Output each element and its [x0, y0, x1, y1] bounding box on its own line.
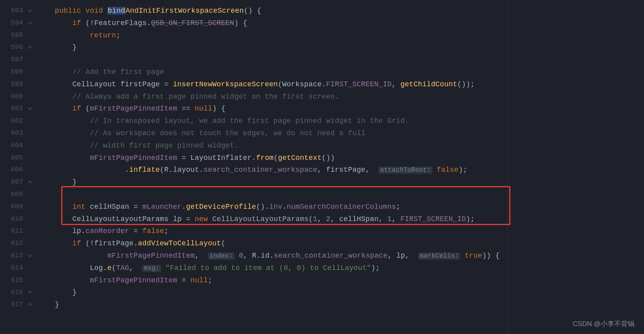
- fold-open-icon[interactable]: [27, 8, 33, 14]
- code-line[interactable]: }: [34, 41, 644, 54]
- line-number: 595: [0, 29, 23, 42]
- code-line[interactable]: lp.canReorder = false;: [34, 225, 644, 237]
- code-editor[interactable]: 5935945955965975985996006016026036046056…: [0, 0, 644, 334]
- code-line[interactable]: // In transposed layout, we add the firs…: [34, 115, 644, 127]
- code-line[interactable]: [34, 188, 644, 201]
- fold-close-icon[interactable]: [27, 179, 33, 185]
- code-line[interactable]: }: [34, 176, 644, 188]
- line-number: 598: [0, 66, 23, 78]
- line-number: 609: [0, 201, 23, 213]
- line-number: 615: [0, 274, 23, 287]
- line-number: 604: [0, 140, 23, 152]
- code-line[interactable]: // Add the first page: [34, 66, 644, 78]
- code-line[interactable]: if (!FeatureFlags.QSB_ON_FIRST_SCREEN) {: [34, 17, 644, 29]
- line-number: 605: [0, 152, 23, 164]
- code-line[interactable]: mFirstPagePinnedItem = LayoutInflater.fr…: [34, 152, 644, 164]
- code-line[interactable]: [34, 54, 644, 66]
- fold-close-icon[interactable]: [27, 289, 33, 295]
- line-number: 600: [0, 91, 23, 103]
- line-number: 602: [0, 115, 23, 127]
- line-number: 616: [0, 286, 23, 299]
- code-line[interactable]: // As workspace does not touch the edges…: [34, 127, 644, 140]
- gutter: 5935945955965975985996006016026036046056…: [0, 0, 34, 334]
- line-number: 607: [0, 176, 23, 188]
- line-number: 594: [0, 17, 23, 29]
- code-area[interactable]: public void bindAndInitFirstWorkspaceScr…: [34, 0, 644, 334]
- code-line[interactable]: // width first page pinned widget.: [34, 140, 644, 152]
- fold-open-icon[interactable]: [27, 253, 33, 258]
- code-line[interactable]: public void bindAndInitFirstWorkspaceScr…: [34, 5, 644, 17]
- code-line[interactable]: .inflate(R.layout.search_container_works…: [34, 164, 644, 176]
- fold-close-icon[interactable]: [27, 45, 33, 50]
- line-number: 596: [0, 41, 23, 54]
- line-number: 599: [0, 78, 23, 91]
- watermark: CSDN @小李不背锅: [573, 319, 634, 328]
- code-line[interactable]: int cellHSpan = mLauncher.getDeviceProfi…: [34, 201, 644, 213]
- fold-open-icon[interactable]: [27, 20, 33, 26]
- code-line[interactable]: CellLayoutLayoutParams lp = new CellLayo…: [34, 213, 644, 225]
- line-number: 611: [0, 225, 23, 237]
- line-number: 614: [0, 262, 23, 274]
- code-line[interactable]: if (!firstPage.addViewToCellLayout(: [34, 237, 644, 250]
- fold-open-icon[interactable]: [27, 106, 33, 111]
- right-margin-guide: [507, 0, 508, 334]
- line-number: 608: [0, 188, 23, 201]
- line-number: 610: [0, 213, 23, 225]
- fold-close-icon[interactable]: [27, 302, 33, 307]
- code-line[interactable]: // Always add a first page pinned widget…: [34, 91, 644, 103]
- line-number: 603: [0, 127, 23, 140]
- code-line[interactable]: return;: [34, 29, 644, 42]
- line-number: 606: [0, 164, 23, 176]
- code-line[interactable]: }: [34, 299, 644, 311]
- code-line[interactable]: CellLayout firstPage = insertNewWorkspac…: [34, 78, 644, 91]
- line-number: 597: [0, 54, 23, 66]
- line-number: 612: [0, 237, 23, 250]
- line-number: 601: [0, 103, 23, 115]
- fold-column: [25, 0, 34, 334]
- line-number: 593: [0, 5, 23, 17]
- code-line[interactable]: mFirstPagePinnedItem, index: 0, R.id.sea…: [34, 250, 644, 262]
- code-line[interactable]: }: [34, 286, 644, 299]
- code-line[interactable]: mFirstPagePinnedItem = null;: [34, 274, 644, 287]
- code-line[interactable]: Log.e(TAG, msg: "Failed to add to item a…: [34, 262, 644, 274]
- line-number: 613: [0, 250, 23, 262]
- line-number: 617: [0, 299, 23, 311]
- code-line[interactable]: if (mFirstPagePinnedItem == null) {: [34, 103, 644, 115]
